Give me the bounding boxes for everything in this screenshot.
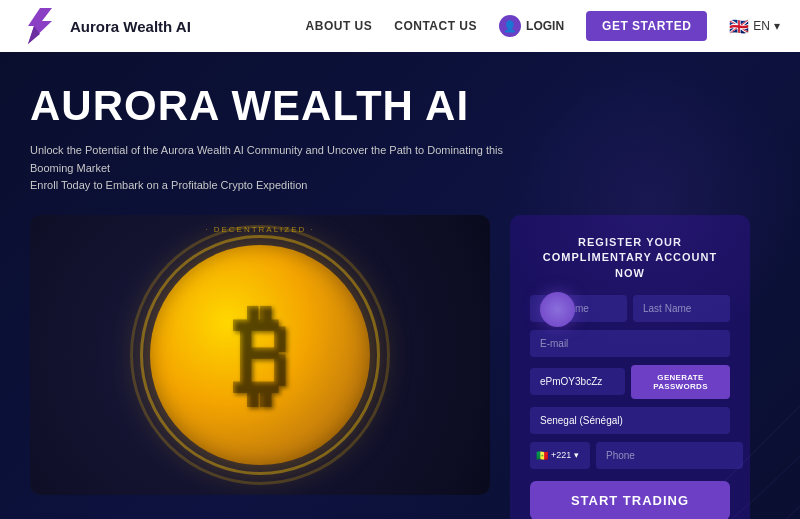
hero-section: AURORA WEALTH AI Unlock the Potential of… xyxy=(0,52,800,519)
hero-subtitle: Unlock the Potential of the Aurora Wealt… xyxy=(30,142,530,195)
bitcoin-coin: ₿ xyxy=(150,245,370,465)
navbar: Aurora Wealth AI ABOUT US CONTACT US 👤 L… xyxy=(0,0,800,52)
nav-links: ABOUT US CONTACT US 👤 LOGIN GET STARTED … xyxy=(306,11,780,41)
login-icon: 👤 xyxy=(499,15,521,37)
logo[interactable]: Aurora Wealth AI xyxy=(20,6,191,46)
password-row: GENERATE PASSWORDS xyxy=(530,365,730,399)
senegal-flag: 🇸🇳 xyxy=(536,450,548,461)
contact-us-link[interactable]: CONTACT US xyxy=(394,19,477,33)
logo-icon xyxy=(20,6,60,46)
chevron-down-icon: ▾ xyxy=(774,19,780,33)
logo-text: Aurora Wealth AI xyxy=(70,18,191,35)
email-row xyxy=(530,330,730,357)
email-input[interactable] xyxy=(530,330,730,357)
last-name-input[interactable] xyxy=(633,295,730,322)
language-selector[interactable]: 🇬🇧 EN ▾ xyxy=(729,17,780,36)
decoration-lines xyxy=(600,406,800,519)
about-us-link[interactable]: ABOUT US xyxy=(306,19,373,33)
login-button[interactable]: 👤 LOGIN xyxy=(499,15,564,37)
bitcoin-symbol: ₿ xyxy=(233,300,288,410)
phone-code-selector[interactable]: 🇸🇳 +221 ▾ xyxy=(530,442,590,469)
generate-passwords-button[interactable]: GENERATE PASSWORDS xyxy=(631,365,730,399)
flag-icon: 🇬🇧 xyxy=(729,17,749,36)
hero-title: AURORA WEALTH AI xyxy=(30,82,770,130)
password-input[interactable] xyxy=(530,368,625,395)
get-started-button[interactable]: GET STARTED xyxy=(586,11,707,41)
decorative-orb xyxy=(540,292,575,327)
bitcoin-background: · DECENTRALIZED · ₿ xyxy=(30,215,490,495)
form-title: REGISTER YOUR COMPLIMENTARY ACCOUNT NOW xyxy=(530,235,730,281)
bitcoin-image: · DECENTRALIZED · ₿ xyxy=(30,215,490,495)
